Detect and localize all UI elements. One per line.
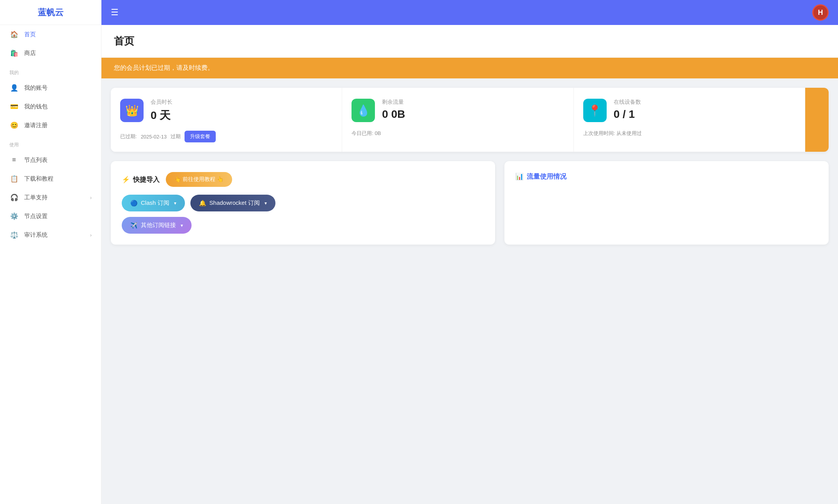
sidebar-item-label: 我的账号 (24, 84, 48, 92)
sidebar-item-downloads[interactable]: 📋 下载和教程 (0, 169, 101, 188)
page-title: 首页 (114, 34, 826, 48)
page-header: 首页 (101, 25, 838, 58)
traffic-footer-text: 今日已用: 0B (352, 130, 381, 137)
shop-icon: 🛍️ (9, 48, 19, 58)
account-icon: 👤 (9, 83, 19, 92)
upgrade-button[interactable]: 升级套餐 (185, 131, 216, 142)
tutorial-button[interactable]: 👆 前往使用教程 👆 (166, 172, 232, 187)
app-logo: 蓝帆云 (0, 0, 101, 25)
topbar: ☰ H (101, 0, 838, 25)
sidebar-item-label: 首页 (24, 31, 36, 38)
sidebar-item-nodes[interactable]: ≡ 节点列表 (0, 151, 101, 169)
traffic-usage-title: 流量使用情况 (527, 172, 566, 181)
sidebar-item-label: 节点设置 (24, 213, 48, 220)
stat-top: 💧 剩余流量 0 0B (352, 99, 564, 122)
membership-label: 会员时长 (151, 99, 172, 106)
avatar-letter: H (818, 9, 823, 17)
stat-card-membership: 👑 会员时长 0 天 已过期: 2025-02-13 过期 升级套餐 (111, 88, 342, 152)
sidebar-item-account[interactable]: 👤 我的账号 (0, 78, 101, 97)
stat-top: 👑 会员时长 0 天 (120, 99, 332, 123)
stat-card-traffic: 💧 剩余流量 0 0B 今日已用: 0B (342, 88, 573, 152)
quick-import-heading: ⚡ 快捷导入 👆 前往使用教程 👆 (122, 172, 484, 187)
clash-label: Clash 订阅 (141, 199, 169, 207)
stat-card-extra (805, 88, 829, 152)
membership-value: 0 天 (151, 108, 172, 123)
sidebar-item-support[interactable]: 🎧 工单支持 › (0, 188, 101, 207)
membership-footer: 已过期: 2025-02-13 过期 升级套餐 (120, 131, 332, 142)
quick-import-panel: ⚡ 快捷导入 👆 前往使用教程 👆 🔵 Clash 订阅 ▾ 🔔 Shado (111, 161, 495, 245)
sidebar-item-label: 工单支持 (24, 194, 48, 201)
sidebar-item-label: 商店 (24, 50, 36, 57)
quick-import-title: 快捷导入 (133, 175, 160, 184)
expired-label: 过期 (170, 133, 181, 140)
membership-icon: 👑 (120, 99, 144, 122)
expired-date: 2025-02-13 (141, 134, 167, 140)
shadowrocket-subscribe-button[interactable]: 🔔 Shadowrocket 订阅 ▾ (190, 195, 275, 211)
main-area: ☰ H 首页 您的会员计划已过期，请及时续费。 👑 会员时长 (101, 0, 838, 504)
hamburger-button[interactable]: ☰ (111, 7, 119, 18)
subscribe-row-2: ✈️ 其他订阅链接 ▾ (122, 217, 484, 234)
other-label: 其他订阅链接 (141, 222, 176, 229)
stat-top: 📍 在线设备数 0 / 1 (583, 99, 795, 122)
downloads-icon: 📋 (9, 174, 19, 183)
home-icon: 🏠 (9, 30, 19, 39)
flash-icon: ⚡ (122, 176, 130, 184)
quick-section: ⚡ 快捷导入 👆 前往使用教程 👆 🔵 Clash 订阅 ▾ 🔔 Shado (111, 161, 829, 245)
stat-info: 在线设备数 0 / 1 (614, 99, 641, 121)
audit-icon: ⚖️ (9, 230, 19, 240)
traffic-usage-panel: 📊 流量使用情况 (504, 161, 829, 245)
expired-prefix: 已过期: (120, 133, 137, 140)
shadowrocket-icon: 🔔 (199, 200, 206, 207)
alert-message: 您的会员计划已过期，请及时续费。 (114, 64, 214, 71)
devices-label: 在线设备数 (614, 99, 641, 106)
user-avatar[interactable]: H (812, 4, 829, 21)
sidebar-item-node-settings[interactable]: ⚙️ 节点设置 (0, 207, 101, 225)
traffic-label: 剩余流量 (382, 99, 405, 106)
traffic-value: 0 0B (382, 108, 405, 121)
shadowrocket-label: Shadowrocket 订阅 (210, 199, 260, 207)
devices-value: 0 / 1 (614, 108, 641, 121)
devices-icon: 📍 (583, 99, 607, 122)
sidebar-item-label: 审计系统 (24, 231, 48, 239)
subscribe-buttons: 🔵 Clash 订阅 ▾ 🔔 Shadowrocket 订阅 ▾ ✈️ (122, 195, 484, 234)
invite-icon: 😊 (9, 121, 19, 130)
settings-icon: ⚙️ (9, 211, 19, 221)
sidebar-item-home[interactable]: 🏠 首页 (0, 25, 101, 44)
sidebar-item-label: 邀请注册 (24, 122, 48, 129)
sidebar-item-label: 节点列表 (24, 156, 48, 164)
stat-info: 会员时长 0 天 (151, 99, 172, 123)
stat-card-devices: 📍 在线设备数 0 / 1 上次使用时间: 从未使用过 (574, 88, 805, 152)
support-icon: 🎧 (9, 193, 19, 202)
traffic-footer: 今日已用: 0B (352, 130, 564, 137)
clash-subscribe-button[interactable]: 🔵 Clash 订阅 ▾ (122, 195, 185, 211)
sidebar-item-label: 下载和教程 (24, 175, 53, 183)
stat-info: 剩余流量 0 0B (382, 99, 405, 121)
stats-cards: 👑 会员时长 0 天 已过期: 2025-02-13 过期 升级套餐 💧 (111, 88, 829, 152)
sidebar-item-wallet[interactable]: 💳 我的钱包 (0, 97, 101, 116)
clash-dropdown-icon: ▾ (174, 201, 176, 206)
traffic-usage-heading: 📊 流量使用情况 (515, 172, 818, 181)
shadowrocket-dropdown-icon: ▾ (265, 201, 267, 206)
topbar-right: H (812, 4, 829, 21)
chevron-right-icon: › (90, 232, 92, 238)
content-area: 首页 您的会员计划已过期，请及时续费。 👑 会员时长 0 天 已过期: 2025… (101, 25, 838, 504)
alert-banner: 您的会员计划已过期，请及时续费。 (101, 58, 838, 78)
other-dropdown-icon: ▾ (181, 223, 183, 228)
clash-icon: 🔵 (130, 200, 138, 207)
chart-icon: 📊 (515, 172, 524, 181)
nodes-icon: ≡ (9, 155, 19, 165)
wallet-icon: 💳 (9, 102, 19, 111)
my-section-label: 我的 (0, 62, 101, 78)
other-icon: ✈️ (130, 222, 138, 229)
use-section-label: 使用 (0, 135, 101, 151)
devices-footer-text: 上次使用时间: 从未使用过 (583, 130, 642, 137)
topbar-left: ☰ (111, 7, 119, 18)
sidebar-item-shop[interactable]: 🛍️ 商店 (0, 44, 101, 62)
sidebar-item-invite[interactable]: 😊 邀请注册 (0, 116, 101, 135)
devices-footer: 上次使用时间: 从未使用过 (583, 130, 795, 137)
traffic-icon: 💧 (352, 99, 375, 122)
subscribe-row-1: 🔵 Clash 订阅 ▾ 🔔 Shadowrocket 订阅 ▾ (122, 195, 484, 211)
sidebar-item-audit[interactable]: ⚖️ 审计系统 › (0, 225, 101, 244)
sidebar-item-label: 我的钱包 (24, 103, 48, 110)
other-subscribe-button[interactable]: ✈️ 其他订阅链接 ▾ (122, 217, 192, 234)
